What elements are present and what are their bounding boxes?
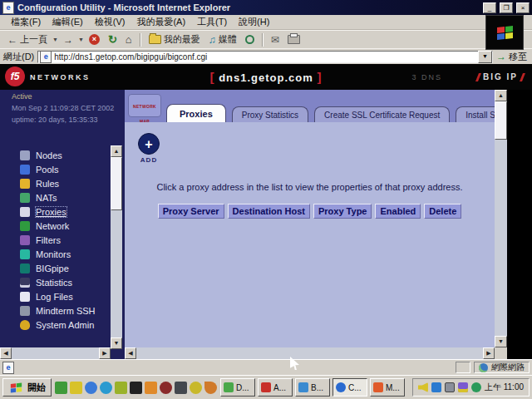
sidebar-item-system-admin[interactable]: System Admin (0, 318, 111, 332)
home-button[interactable]: ⌂ (122, 32, 135, 47)
system-admin-icon (20, 320, 30, 330)
scroll-up-icon[interactable]: ▲ (495, 90, 507, 101)
scroll-left-icon[interactable]: ◀ (125, 347, 136, 359)
forward-button[interactable]: → (60, 34, 76, 46)
mail-button[interactable]: ✉ (268, 33, 283, 47)
quick-launch-icon[interactable] (160, 382, 172, 394)
tab-proxies[interactable]: Proxies (166, 104, 226, 122)
quick-launch-icon[interactable] (190, 382, 202, 394)
scroll-right-icon[interactable]: ▶ (483, 347, 495, 359)
column-header-enabled[interactable]: Enabled (375, 204, 421, 219)
sidebar-item-nodes[interactable]: Nodes (0, 148, 111, 162)
sidebar-item-filters[interactable]: Filters (0, 233, 111, 247)
maximize-button[interactable]: ❐ (500, 2, 513, 13)
quick-launch-icon[interactable] (175, 382, 187, 394)
tab-strip: NETWORK MAP Proxies Proxy Statistics Cre… (125, 90, 495, 122)
menu-favorites[interactable]: 我的最愛(A) (131, 16, 191, 28)
minimize-button[interactable]: _ (483, 2, 496, 13)
menu-help[interactable]: 說明(H) (233, 16, 275, 28)
scroll-right-icon[interactable]: ▶ (99, 347, 111, 359)
quick-launch-icon[interactable] (115, 382, 127, 394)
address-dropdown-icon[interactable]: ▼ (478, 51, 492, 63)
quick-launch-icon[interactable] (85, 382, 97, 394)
address-input[interactable]: e http://dns1.getop.com/bigipgui/bigconf… (37, 51, 493, 63)
status-bar: e 網際網路 (0, 359, 532, 375)
quick-launch-icon[interactable] (204, 382, 217, 394)
tab-create-ssl-certificate-request[interactable]: Create SSL Certificate Request (314, 106, 450, 122)
scrollbar-thumb[interactable] (111, 157, 122, 210)
taskbar-window-button[interactable]: M... (370, 378, 405, 397)
media-button[interactable]: ♫ 媒體 (205, 32, 240, 47)
back-dropdown-icon[interactable]: ▼ (52, 37, 58, 42)
go-button[interactable]: → 移至 (496, 51, 529, 63)
add-proxy-button[interactable]: + (138, 133, 160, 155)
product-bigip-link[interactable]: BIG IP (477, 72, 524, 81)
taskbar-window-button[interactable]: B... (295, 378, 330, 397)
taskbar-window-button[interactable]: D... (220, 378, 255, 397)
sidebar-item-monitors[interactable]: Monitors (0, 247, 111, 261)
product-3dns-link[interactable]: 3 DNS (411, 73, 442, 81)
menu-tools[interactable]: 工具(T) (191, 16, 233, 28)
scroll-left-icon[interactable]: ◀ (0, 347, 12, 359)
history-button[interactable] (242, 34, 258, 45)
stop-button[interactable]: × (86, 33, 103, 46)
sidebar-item-mindterm-ssh[interactable]: Mindterm SSH (0, 303, 111, 318)
refresh-button[interactable]: ↻ (105, 32, 121, 47)
menu-edit[interactable]: 編輯(E) (47, 16, 89, 28)
content-vertical-scrollbar[interactable]: ▲ ▼ (495, 90, 507, 347)
column-header-proxy-type[interactable]: Proxy Type (313, 204, 372, 219)
menu-view[interactable]: 檢視(V) (89, 16, 131, 28)
tab-proxy-statistics[interactable]: Proxy Statistics (232, 106, 308, 122)
back-button[interactable]: ← 上一頁 (4, 32, 51, 47)
tray-icon[interactable] (471, 382, 481, 392)
start-label: 開始 (27, 382, 46, 394)
taskbar-window-button-active[interactable]: C... (332, 378, 367, 397)
sidebar-item-proxies[interactable]: Proxies (0, 204, 111, 219)
network-map-label: NETWORK MAP (133, 104, 156, 122)
sidebar-item-statistics[interactable]: Statistics (0, 275, 111, 289)
column-header-proxy-server[interactable]: Proxy Server (158, 204, 224, 219)
print-button[interactable] (284, 34, 303, 45)
quick-launch-icon[interactable] (70, 382, 82, 394)
windows-logo-icon (11, 382, 22, 392)
sidebar-item-rules[interactable]: Rules (0, 176, 111, 190)
sidebar-item-network[interactable]: Network (0, 219, 111, 233)
quick-launch-icon[interactable] (130, 382, 142, 394)
scroll-up-icon[interactable]: ▲ (111, 145, 122, 157)
sidebar-item-nats[interactable]: NATs (0, 190, 111, 204)
favorites-icon (149, 35, 161, 44)
toolbar-separator (262, 33, 264, 47)
scroll-down-icon[interactable]: ▼ (111, 337, 122, 349)
sidebar-item-pools[interactable]: Pools (0, 162, 111, 176)
network-icon (20, 221, 30, 231)
tray-icon[interactable] (458, 382, 468, 392)
column-header-destination-host[interactable]: Destination Host (228, 204, 310, 219)
network-map-button[interactable]: NETWORK MAP (128, 94, 161, 117)
favorites-button[interactable]: 我的最愛 (145, 32, 204, 47)
windows-logo-throbber (485, 15, 524, 50)
column-header-delete[interactable]: Delete (424, 204, 461, 219)
sidebar-item-bigpipe[interactable]: BIGpipe (0, 261, 111, 275)
address-url: http://dns1.getop.com/bigipgui/bigconf.c… (54, 52, 475, 62)
forward-dropdown-icon[interactable]: ▼ (78, 37, 84, 42)
display-tray-icon[interactable] (445, 382, 455, 392)
page-icon: e (40, 51, 52, 63)
content-horizontal-scrollbar[interactable]: ◀ ▶ (125, 347, 495, 359)
close-button[interactable]: × (516, 2, 530, 13)
quick-launch-icon[interactable] (145, 382, 157, 394)
sidebar-item-log-files[interactable]: Log Files (0, 289, 111, 303)
menu-file[interactable]: 檔案(F) (5, 16, 47, 28)
system-tray: 上午 11:00 (412, 378, 530, 397)
taskbar-window-button[interactable]: A... (258, 378, 293, 397)
tab-install-ssl-certificate[interactable]: Install SSL Certif (456, 106, 495, 122)
scroll-down-icon[interactable]: ▼ (495, 336, 507, 347)
quick-launch-icon[interactable] (100, 382, 112, 394)
volume-icon[interactable] (418, 382, 428, 392)
sidebar-horizontal-scrollbar[interactable]: ◀ ▶ (0, 347, 111, 359)
product-bigip-label: BIG IP (483, 72, 518, 81)
scrollbar-thumb[interactable] (495, 101, 507, 140)
start-button[interactable]: 開始 (2, 378, 52, 397)
quick-launch-icon[interactable] (55, 382, 67, 394)
sidebar-vertical-scrollbar[interactable]: ▲ ▼ (111, 145, 122, 349)
tray-icon[interactable] (431, 382, 441, 392)
